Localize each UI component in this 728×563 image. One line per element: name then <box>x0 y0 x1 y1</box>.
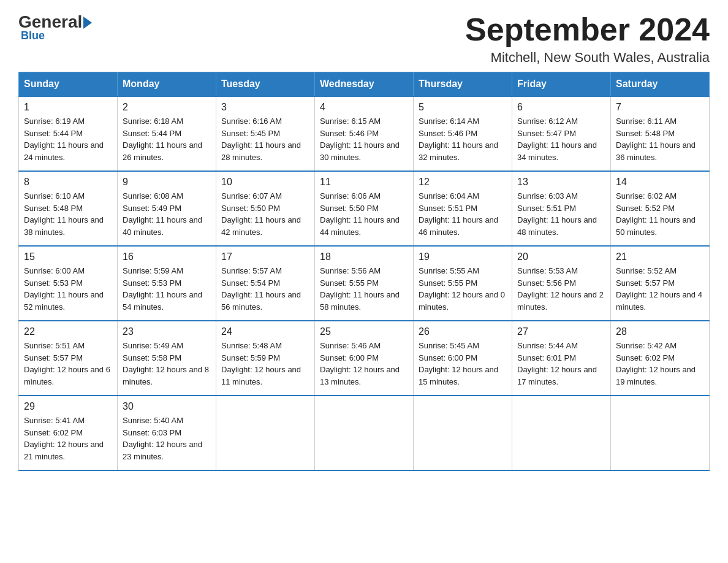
sunrise-label: Sunrise: 6:14 AM <box>419 117 479 126</box>
sunset-label: Sunset: 5:50 PM <box>221 204 280 213</box>
logo: General Blue <box>18 12 93 42</box>
calendar-cell: 12 Sunrise: 6:04 AM Sunset: 5:51 PM Dayl… <box>414 171 512 246</box>
sunset-label: Sunset: 5:45 PM <box>221 129 280 138</box>
calendar-week-3: 15 Sunrise: 6:00 AM Sunset: 5:53 PM Dayl… <box>19 246 710 321</box>
calendar-week-2: 8 Sunrise: 6:10 AM Sunset: 5:48 PM Dayli… <box>19 171 710 246</box>
calendar-header-friday: Friday <box>512 72 611 97</box>
calendar-cell: 29 Sunrise: 5:41 AM Sunset: 6:02 PM Dayl… <box>19 396 118 470</box>
day-info: Sunrise: 6:02 AM Sunset: 5:52 PM Dayligh… <box>616 190 704 238</box>
logo-blue: Blue <box>21 29 45 42</box>
day-number: 18 <box>320 251 408 262</box>
sunrise-label: Sunrise: 5:53 AM <box>517 266 578 275</box>
daylight-label: Daylight: 12 hours and 15 minutes. <box>419 365 498 386</box>
calendar-cell: 23 Sunrise: 5:49 AM Sunset: 5:58 PM Dayl… <box>118 321 216 396</box>
calendar-cell: 8 Sunrise: 6:10 AM Sunset: 5:48 PM Dayli… <box>19 171 118 246</box>
daylight-label: Daylight: 11 hours and 28 minutes. <box>221 140 301 162</box>
sunset-label: Sunset: 5:48 PM <box>24 204 83 213</box>
day-number: 26 <box>419 326 507 337</box>
calendar-week-4: 22 Sunrise: 5:51 AM Sunset: 5:57 PM Dayl… <box>19 321 710 396</box>
calendar-header-monday: Monday <box>118 72 216 97</box>
calendar-cell: 25 Sunrise: 5:46 AM Sunset: 6:00 PM Dayl… <box>315 321 414 396</box>
daylight-label: Daylight: 12 hours and 13 minutes. <box>320 365 400 386</box>
calendar-cell: 4 Sunrise: 6:15 AM Sunset: 5:46 PM Dayli… <box>315 96 414 171</box>
sunrise-label: Sunrise: 5:45 AM <box>419 341 479 350</box>
day-info: Sunrise: 5:44 AM Sunset: 6:01 PM Dayligh… <box>517 340 605 388</box>
sunset-label: Sunset: 5:55 PM <box>320 278 379 288</box>
calendar-table: SundayMondayTuesdayWednesdayThursdayFrid… <box>18 72 710 471</box>
daylight-label: Daylight: 12 hours and 23 minutes. <box>123 440 202 461</box>
day-number: 14 <box>616 177 704 188</box>
day-info: Sunrise: 5:52 AM Sunset: 5:57 PM Dayligh… <box>616 265 704 313</box>
daylight-label: Daylight: 12 hours and 0 minutes. <box>419 290 505 312</box>
day-number: 23 <box>123 326 211 337</box>
month-title: September 2024 <box>465 12 710 47</box>
sunrise-label: Sunrise: 5:49 AM <box>123 341 183 350</box>
calendar-header-wednesday: Wednesday <box>315 72 414 97</box>
sunset-label: Sunset: 5:44 PM <box>24 129 83 138</box>
sunrise-label: Sunrise: 6:07 AM <box>221 191 282 201</box>
day-number: 5 <box>419 102 507 113</box>
sunrise-label: Sunrise: 5:41 AM <box>24 416 85 425</box>
calendar-cell: 3 Sunrise: 6:16 AM Sunset: 5:45 PM Dayli… <box>216 96 315 171</box>
sunset-label: Sunset: 5:48 PM <box>616 129 675 138</box>
day-number: 13 <box>517 177 605 188</box>
sunset-label: Sunset: 5:44 PM <box>123 129 181 138</box>
calendar-cell: 30 Sunrise: 5:40 AM Sunset: 6:03 PM Dayl… <box>118 396 216 470</box>
day-number: 15 <box>24 251 112 262</box>
day-number: 21 <box>616 251 704 262</box>
day-number: 22 <box>24 326 112 337</box>
sunrise-label: Sunrise: 5:57 AM <box>221 266 282 275</box>
day-info: Sunrise: 5:59 AM Sunset: 5:53 PM Dayligh… <box>123 265 211 313</box>
sunrise-label: Sunrise: 6:06 AM <box>320 191 381 201</box>
sunset-label: Sunset: 5:50 PM <box>320 204 379 213</box>
day-number: 29 <box>24 401 112 412</box>
sunrise-label: Sunrise: 5:52 AM <box>616 266 677 275</box>
sunrise-label: Sunrise: 5:46 AM <box>320 341 381 350</box>
daylight-label: Daylight: 12 hours and 21 minutes. <box>24 440 104 461</box>
day-number: 17 <box>221 251 309 262</box>
daylight-label: Daylight: 11 hours and 32 minutes. <box>419 140 498 162</box>
day-info: Sunrise: 6:19 AM Sunset: 5:44 PM Dayligh… <box>24 115 112 163</box>
day-number: 30 <box>123 401 211 412</box>
calendar-cell: 21 Sunrise: 5:52 AM Sunset: 5:57 PM Dayl… <box>611 246 710 321</box>
day-info: Sunrise: 6:12 AM Sunset: 5:47 PM Dayligh… <box>517 115 605 163</box>
day-info: Sunrise: 5:55 AM Sunset: 5:55 PM Dayligh… <box>419 265 507 313</box>
calendar-cell: 5 Sunrise: 6:14 AM Sunset: 5:46 PM Dayli… <box>414 96 512 171</box>
calendar-header-sunday: Sunday <box>19 72 118 97</box>
day-info: Sunrise: 6:03 AM Sunset: 5:51 PM Dayligh… <box>517 190 605 238</box>
sunrise-label: Sunrise: 6:00 AM <box>24 266 85 275</box>
sunset-label: Sunset: 5:46 PM <box>320 129 379 138</box>
calendar-cell <box>216 396 315 470</box>
sunrise-label: Sunrise: 5:44 AM <box>517 341 578 350</box>
calendar-week-1: 1 Sunrise: 6:19 AM Sunset: 5:44 PM Dayli… <box>19 96 710 171</box>
sunset-label: Sunset: 5:55 PM <box>419 278 477 288</box>
daylight-label: Daylight: 11 hours and 56 minutes. <box>221 290 301 312</box>
daylight-label: Daylight: 11 hours and 54 minutes. <box>123 290 202 312</box>
day-info: Sunrise: 5:46 AM Sunset: 6:00 PM Dayligh… <box>320 340 408 388</box>
calendar-cell: 7 Sunrise: 6:11 AM Sunset: 5:48 PM Dayli… <box>611 96 710 171</box>
sunrise-label: Sunrise: 6:11 AM <box>616 117 677 126</box>
day-number: 10 <box>221 177 309 188</box>
sunrise-label: Sunrise: 5:51 AM <box>24 341 85 350</box>
sunrise-label: Sunrise: 6:03 AM <box>517 191 578 201</box>
daylight-label: Daylight: 11 hours and 52 minutes. <box>24 290 104 312</box>
calendar-cell: 9 Sunrise: 6:08 AM Sunset: 5:49 PM Dayli… <box>118 171 216 246</box>
day-number: 12 <box>419 177 507 188</box>
day-info: Sunrise: 5:45 AM Sunset: 6:00 PM Dayligh… <box>419 340 507 388</box>
sunset-label: Sunset: 5:47 PM <box>517 129 576 138</box>
day-number: 6 <box>517 102 605 113</box>
day-info: Sunrise: 5:57 AM Sunset: 5:54 PM Dayligh… <box>221 265 309 313</box>
daylight-label: Daylight: 12 hours and 17 minutes. <box>517 365 597 386</box>
calendar-cell: 10 Sunrise: 6:07 AM Sunset: 5:50 PM Dayl… <box>216 171 315 246</box>
location-title: Mitchell, New South Wales, Australia <box>465 50 710 66</box>
sunrise-label: Sunrise: 6:18 AM <box>123 117 183 126</box>
calendar-cell: 15 Sunrise: 6:00 AM Sunset: 5:53 PM Dayl… <box>19 246 118 321</box>
daylight-label: Daylight: 11 hours and 44 minutes. <box>320 215 400 237</box>
sunset-label: Sunset: 5:51 PM <box>419 204 477 213</box>
calendar-cell: 1 Sunrise: 6:19 AM Sunset: 5:44 PM Dayli… <box>19 96 118 171</box>
calendar-cell: 18 Sunrise: 5:56 AM Sunset: 5:55 PM Dayl… <box>315 246 414 321</box>
daylight-label: Daylight: 12 hours and 4 minutes. <box>616 290 702 312</box>
day-info: Sunrise: 5:40 AM Sunset: 6:03 PM Dayligh… <box>123 415 211 462</box>
sunset-label: Sunset: 5:49 PM <box>123 204 181 213</box>
calendar-header-thursday: Thursday <box>414 72 512 97</box>
